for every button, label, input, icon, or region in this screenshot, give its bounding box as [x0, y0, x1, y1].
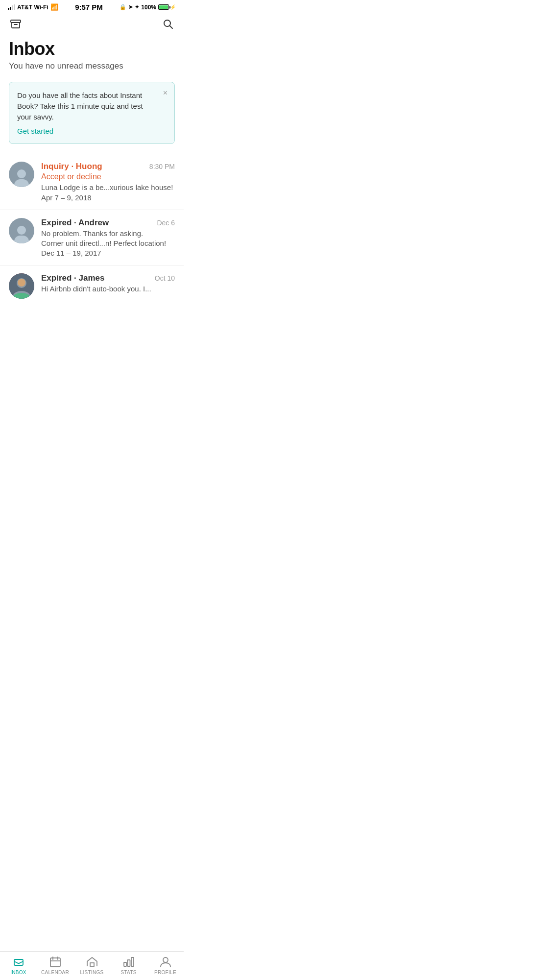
battery-percent: 100%	[141, 4, 156, 11]
message-item-huong[interactable]: Inquiry · Huong 8:30 PM Accept or declin…	[0, 154, 184, 210]
avatar-person-placeholder	[9, 162, 34, 187]
message-preview-huong: Luna Lodge is a be...xurious lake house!	[41, 183, 175, 192]
avatar-head	[17, 169, 26, 178]
battery-container: ⚡	[158, 4, 176, 10]
message-preview-james: Hi Airbnb didn't auto-book you. I...	[41, 284, 175, 294]
message-content-huong: Inquiry · Huong 8:30 PM Accept or declin…	[41, 162, 175, 201]
avatar-body	[14, 179, 29, 187]
avatar-body-2	[14, 236, 29, 243]
wifi-icon: 📶	[50, 3, 58, 11]
promo-card-close-button[interactable]: ×	[163, 89, 168, 97]
message-list: Inquiry · Huong 8:30 PM Accept or declin…	[0, 154, 184, 307]
avatar-huong	[9, 162, 34, 187]
location-icon: ➤	[128, 4, 133, 10]
bluetooth-icon: ✦	[135, 4, 139, 10]
svg-rect-1	[12, 23, 20, 28]
avatar-andrew	[9, 218, 34, 243]
message-name-andrew: Expired · Andrew	[41, 218, 109, 228]
message-dates-huong: Apr 7 – 9, 2018	[41, 193, 175, 202]
page-subtitle: You have no unread messages	[9, 61, 175, 71]
message-time-andrew: Dec 6	[157, 219, 175, 227]
message-action-huong: Accept or decline	[41, 172, 175, 181]
message-listing-andrew: Corner unit directl...n! Perfect locatio…	[41, 239, 175, 248]
message-preview-andrew: No problem. Thanks for asking.	[41, 229, 175, 239]
search-icon[interactable]	[161, 17, 175, 31]
archive-icon[interactable]	[9, 17, 23, 31]
message-time-james: Oct 10	[155, 274, 175, 282]
message-item-andrew[interactable]: Expired · Andrew Dec 6 No problem. Thank…	[0, 210, 184, 266]
bottom-spacer	[0, 307, 184, 341]
carrier-label: AT&T Wi-Fi	[17, 4, 48, 11]
avatar-james-photo	[9, 273, 34, 299]
promo-card-link[interactable]: Get started	[17, 127, 53, 135]
message-header-andrew: Expired · Andrew Dec 6	[41, 218, 175, 228]
battery-icon	[158, 4, 169, 10]
message-name-james: Expired · James	[41, 273, 104, 283]
svg-point-9	[18, 279, 25, 287]
status-left: AT&T Wi-Fi 📶	[8, 3, 58, 11]
avatar-james	[9, 273, 34, 299]
signal-bars	[8, 4, 15, 10]
message-time-huong: 8:30 PM	[149, 163, 175, 170]
message-content-andrew: Expired · Andrew Dec 6 No problem. Thank…	[41, 218, 175, 258]
lock-icon: 🔒	[120, 4, 126, 10]
charging-icon: ⚡	[170, 4, 176, 10]
page-title-section: Inbox You have no unread messages	[0, 36, 184, 82]
message-item-james[interactable]: Expired · James Oct 10 Hi Airbnb didn't …	[0, 265, 184, 307]
promo-card: Do you have all the facts about Instant …	[9, 82, 175, 144]
status-right: 🔒 ➤ ✦ 100% ⚡	[120, 4, 176, 11]
message-dates-andrew: Dec 11 – 19, 2017	[41, 249, 175, 257]
time-label: 9:57 PM	[75, 3, 103, 11]
status-bar: AT&T Wi-Fi 📶 9:57 PM 🔒 ➤ ✦ 100% ⚡	[0, 0, 184, 13]
avatar-head-2	[17, 226, 26, 235]
message-header-james: Expired · James Oct 10	[41, 273, 175, 283]
promo-card-text: Do you have all the facts about Instant …	[17, 90, 155, 122]
avatar-person-placeholder-2	[9, 218, 34, 243]
battery-fill	[159, 5, 168, 9]
header	[0, 13, 184, 36]
message-name-huong: Inquiry · Huong	[41, 162, 102, 171]
message-content-james: Expired · James Oct 10 Hi Airbnb didn't …	[41, 273, 175, 294]
message-header-huong: Inquiry · Huong 8:30 PM	[41, 162, 175, 171]
page-title: Inbox	[9, 39, 175, 59]
svg-line-4	[170, 26, 173, 29]
